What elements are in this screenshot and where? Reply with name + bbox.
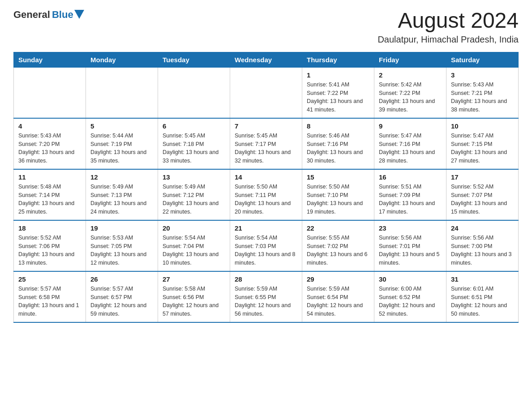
day-number: 31 (451, 275, 514, 283)
day-info: Sunrise: 5:59 AMSunset: 6:54 PMDaylight:… (307, 285, 369, 318)
calendar-cell: 21Sunrise: 5:54 AMSunset: 7:03 PMDayligh… (230, 220, 302, 271)
day-info: Sunrise: 5:45 AMSunset: 7:17 PMDaylight:… (235, 132, 297, 165)
day-info: Sunrise: 5:50 AMSunset: 7:11 PMDaylight:… (235, 183, 297, 216)
day-info: Sunrise: 5:57 AMSunset: 6:57 PMDaylight:… (90, 285, 153, 318)
logo-general: General (13, 9, 50, 21)
day-of-week-header: Tuesday (158, 52, 230, 67)
calendar-cell: 13Sunrise: 5:49 AMSunset: 7:12 PMDayligh… (158, 169, 230, 220)
day-info: Sunrise: 5:45 AMSunset: 7:18 PMDaylight:… (163, 132, 225, 165)
calendar-cell: 25Sunrise: 5:57 AMSunset: 6:58 PMDayligh… (14, 271, 86, 322)
calendar-cell: 20Sunrise: 5:54 AMSunset: 7:04 PMDayligh… (158, 220, 230, 271)
day-number: 22 (307, 224, 369, 232)
day-number: 6 (163, 122, 225, 130)
day-info: Sunrise: 5:54 AMSunset: 7:03 PMDaylight:… (235, 234, 297, 267)
calendar-cell: 24Sunrise: 5:56 AMSunset: 7:00 PMDayligh… (446, 220, 519, 271)
calendar-cell (158, 67, 230, 118)
day-number: 24 (451, 224, 514, 232)
day-number: 1 (307, 71, 369, 79)
month-year-title: August 2024 (378, 9, 519, 33)
day-info: Sunrise: 5:52 AMSunset: 7:06 PMDaylight:… (18, 234, 81, 267)
day-number: 28 (235, 275, 297, 283)
calendar-week-row: 18Sunrise: 5:52 AMSunset: 7:06 PMDayligh… (14, 220, 519, 271)
day-info: Sunrise: 5:41 AMSunset: 7:22 PMDaylight:… (307, 81, 369, 114)
day-of-week-header: Friday (374, 52, 446, 67)
calendar-cell: 3Sunrise: 5:43 AMSunset: 7:21 PMDaylight… (446, 67, 519, 118)
day-info: Sunrise: 5:44 AMSunset: 7:19 PMDaylight:… (90, 132, 153, 165)
day-number: 2 (379, 71, 442, 79)
day-number: 13 (163, 173, 225, 181)
day-of-week-header: Sunday (14, 52, 86, 67)
day-number: 16 (379, 173, 442, 181)
calendar-cell: 18Sunrise: 5:52 AMSunset: 7:06 PMDayligh… (14, 220, 86, 271)
calendar-cell: 4Sunrise: 5:43 AMSunset: 7:20 PMDaylight… (14, 118, 86, 169)
calendar-cell (86, 67, 158, 118)
day-number: 4 (18, 122, 81, 130)
day-info: Sunrise: 5:52 AMSunset: 7:07 PMDaylight:… (451, 183, 514, 216)
day-of-week-header: Wednesday (230, 52, 302, 67)
day-info: Sunrise: 5:54 AMSunset: 7:04 PMDaylight:… (163, 234, 225, 267)
day-number: 3 (451, 71, 514, 79)
calendar-header-row: SundayMondayTuesdayWednesdayThursdayFrid… (14, 52, 519, 67)
logo: General Blue (13, 9, 84, 21)
day-info: Sunrise: 5:42 AMSunset: 7:22 PMDaylight:… (379, 81, 442, 114)
day-info: Sunrise: 5:43 AMSunset: 7:21 PMDaylight:… (451, 81, 514, 114)
day-info: Sunrise: 5:43 AMSunset: 7:20 PMDaylight:… (18, 132, 81, 165)
calendar-cell: 10Sunrise: 5:47 AMSunset: 7:15 PMDayligh… (446, 118, 519, 169)
day-info: Sunrise: 5:59 AMSunset: 6:55 PMDaylight:… (235, 285, 297, 318)
day-number: 19 (90, 224, 153, 232)
day-number: 11 (18, 173, 81, 181)
day-number: 26 (90, 275, 153, 283)
calendar-cell: 6Sunrise: 5:45 AMSunset: 7:18 PMDaylight… (158, 118, 230, 169)
day-number: 12 (90, 173, 153, 181)
calendar-cell: 5Sunrise: 5:44 AMSunset: 7:19 PMDaylight… (86, 118, 158, 169)
day-number: 23 (379, 224, 442, 232)
day-info: Sunrise: 5:53 AMSunset: 7:05 PMDaylight:… (90, 234, 153, 267)
calendar-cell: 19Sunrise: 5:53 AMSunset: 7:05 PMDayligh… (86, 220, 158, 271)
calendar-table: SundayMondayTuesdayWednesdayThursdayFrid… (13, 52, 519, 323)
calendar-week-row: 1Sunrise: 5:41 AMSunset: 7:22 PMDaylight… (14, 67, 519, 118)
calendar-cell: 28Sunrise: 5:59 AMSunset: 6:55 PMDayligh… (230, 271, 302, 322)
calendar-cell: 26Sunrise: 5:57 AMSunset: 6:57 PMDayligh… (86, 271, 158, 322)
day-number: 14 (235, 173, 297, 181)
day-of-week-header: Thursday (302, 52, 374, 67)
calendar-cell: 22Sunrise: 5:55 AMSunset: 7:02 PMDayligh… (302, 220, 374, 271)
calendar-cell: 31Sunrise: 6:01 AMSunset: 6:51 PMDayligh… (446, 271, 519, 322)
day-info: Sunrise: 5:56 AMSunset: 7:01 PMDaylight:… (379, 234, 442, 267)
day-info: Sunrise: 5:47 AMSunset: 7:15 PMDaylight:… (451, 132, 514, 165)
day-number: 27 (163, 275, 225, 283)
calendar-cell: 30Sunrise: 6:00 AMSunset: 6:52 PMDayligh… (374, 271, 446, 322)
day-number: 8 (307, 122, 369, 130)
day-number: 17 (451, 173, 514, 181)
day-number: 20 (163, 224, 225, 232)
day-info: Sunrise: 5:49 AMSunset: 7:13 PMDaylight:… (90, 183, 153, 216)
day-info: Sunrise: 5:49 AMSunset: 7:12 PMDaylight:… (163, 183, 225, 216)
day-number: 29 (307, 275, 369, 283)
day-number: 21 (235, 224, 297, 232)
day-of-week-header: Saturday (446, 52, 519, 67)
calendar-cell: 11Sunrise: 5:48 AMSunset: 7:14 PMDayligh… (14, 169, 86, 220)
svg-marker-0 (74, 10, 84, 19)
day-number: 9 (379, 122, 442, 130)
calendar-cell: 8Sunrise: 5:46 AMSunset: 7:16 PMDaylight… (302, 118, 374, 169)
calendar-cell: 17Sunrise: 5:52 AMSunset: 7:07 PMDayligh… (446, 169, 519, 220)
day-info: Sunrise: 5:55 AMSunset: 7:02 PMDaylight:… (307, 234, 369, 267)
calendar-week-row: 4Sunrise: 5:43 AMSunset: 7:20 PMDaylight… (14, 118, 519, 169)
day-number: 7 (235, 122, 297, 130)
calendar-cell: 2Sunrise: 5:42 AMSunset: 7:22 PMDaylight… (374, 67, 446, 118)
header-right: August 2024 Daulatpur, Himachal Pradesh,… (378, 9, 519, 45)
day-of-week-header: Monday (86, 52, 158, 67)
calendar-cell (14, 67, 86, 118)
calendar-cell: 7Sunrise: 5:45 AMSunset: 7:17 PMDaylight… (230, 118, 302, 169)
calendar-cell: 23Sunrise: 5:56 AMSunset: 7:01 PMDayligh… (374, 220, 446, 271)
day-number: 18 (18, 224, 81, 232)
day-info: Sunrise: 5:50 AMSunset: 7:10 PMDaylight:… (307, 183, 369, 216)
logo-blue: Blue (52, 9, 73, 21)
calendar-cell: 27Sunrise: 5:58 AMSunset: 6:56 PMDayligh… (158, 271, 230, 322)
calendar-cell: 9Sunrise: 5:47 AMSunset: 7:16 PMDaylight… (374, 118, 446, 169)
day-number: 30 (379, 275, 442, 283)
day-number: 15 (307, 173, 369, 181)
calendar-week-row: 11Sunrise: 5:48 AMSunset: 7:14 PMDayligh… (14, 169, 519, 220)
location-subtitle: Daulatpur, Himachal Pradesh, India (378, 34, 519, 45)
calendar-cell: 14Sunrise: 5:50 AMSunset: 7:11 PMDayligh… (230, 169, 302, 220)
calendar-cell (230, 67, 302, 118)
